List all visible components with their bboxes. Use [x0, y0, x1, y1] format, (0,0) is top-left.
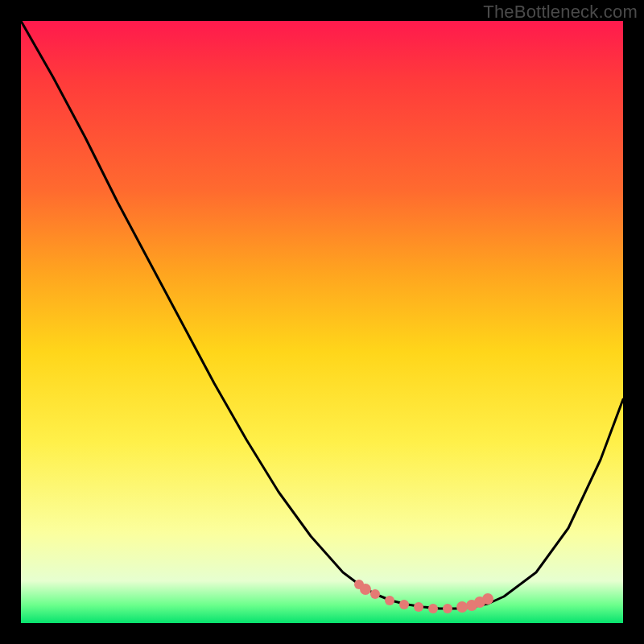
sweet-spot-marker [385, 596, 394, 605]
sweet-spot-marker [443, 604, 452, 613]
watermark-text: TheBottleneck.com [483, 2, 638, 23]
sweet-spot-marker [482, 593, 493, 605]
sweet-spot-marker [360, 584, 371, 595]
bottleneck-curve [21, 21, 623, 609]
sweet-spot-marker [399, 600, 409, 609]
sweet-spot-marker [414, 602, 423, 612]
sweet-spot-markers [354, 580, 493, 613]
chart-frame [21, 21, 623, 623]
sweet-spot-marker [370, 589, 380, 599]
sweet-spot-marker [456, 601, 468, 613]
sweet-spot-marker [428, 604, 438, 613]
chart-svg [21, 21, 623, 623]
